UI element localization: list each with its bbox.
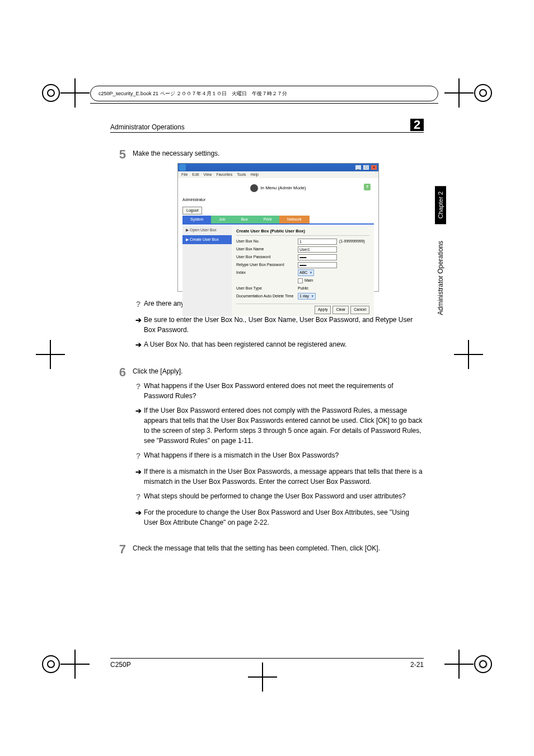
arrow-icon: ➔ — [133, 315, 144, 326]
step: 6 Click the [Apply]. ?What happens if th… — [110, 366, 424, 528]
arrow-icon: ➔ — [133, 405, 144, 417]
window-titlebar: _ □ × — [178, 164, 378, 171]
menu-favorites[interactable]: Favorites — [216, 172, 232, 178]
arrow-icon: ➔ — [133, 339, 144, 351]
select-index-value: ABC — [299, 270, 307, 276]
label-user-box-name: User Box Name — [236, 246, 298, 253]
chevron-down-icon: ▼ — [311, 294, 314, 299]
note-range: (1-999999999) — [339, 239, 365, 245]
cancel-button[interactable]: Cancel — [350, 306, 369, 314]
input-user-box-name[interactable]: User1 — [298, 246, 337, 253]
reg-mark — [451, 84, 492, 102]
step-number: 5 — [110, 148, 133, 161]
step-number: 7 — [110, 543, 133, 556]
reg-mark — [460, 346, 477, 363]
menu-help[interactable]: Help — [251, 172, 259, 178]
reg-mark — [42, 655, 83, 673]
reg-mark — [42, 346, 59, 363]
select-auto-delete-value: 1 day — [299, 293, 309, 300]
label-index: Index — [236, 270, 298, 276]
admin-row: Administrator — [178, 195, 378, 204]
input-retype-password[interactable]: •••••••• — [298, 262, 337, 268]
mode-label: In Menu (Admin Mode) — [260, 185, 306, 192]
menu-edit[interactable]: Edit — [192, 172, 199, 178]
tabs-underline — [182, 223, 374, 225]
menu-file[interactable]: File — [181, 172, 188, 178]
input-user-box-password[interactable]: •••••••• — [298, 254, 337, 260]
page-title: Administrator Operations — [110, 123, 185, 131]
question-text: What happens if there is a mismatch in t… — [144, 450, 424, 460]
step-text: Check the message that tells that the se… — [133, 543, 424, 553]
reg-mark — [42, 84, 83, 102]
form-title: Create User Box (Public User Box) — [236, 228, 369, 236]
maximize-button[interactable]: □ — [363, 165, 369, 170]
step: 5 Make the necessary settings. _ □ × Fil… — [110, 148, 424, 351]
tab-job[interactable]: Job — [211, 216, 233, 223]
clear-button[interactable]: Clear — [332, 306, 349, 314]
question-icon: ? — [133, 381, 144, 393]
tab-box[interactable]: Box — [233, 216, 256, 223]
select-auto-delete[interactable]: 1 day▼ — [298, 293, 316, 300]
step-text: Click the [Apply]. — [133, 366, 424, 376]
printer-icon — [250, 184, 258, 192]
nav-open-user-box[interactable]: ▶ Open User Box — [182, 226, 232, 235]
question-text: What happens if the User Box Password en… — [144, 381, 424, 401]
tabs: System Job Box Print Network — [182, 216, 374, 223]
chapter-number: 2 — [410, 119, 424, 131]
answer-text: A User Box No. that has been registered … — [144, 339, 424, 349]
side-nav: ▶ Open User Box ▶ Create User Box — [182, 226, 232, 316]
chapter-side-text: Administrator Operations — [437, 241, 444, 315]
arrow-icon: ➔ — [133, 507, 144, 519]
footer: C250P 2-21 — [110, 658, 424, 669]
apply-button[interactable]: Apply — [315, 306, 331, 314]
arrow-icon: ➔ — [133, 466, 144, 478]
frame-header: c250P_security_E.book 21 ページ ２００７年４月１０日 … — [90, 86, 438, 101]
panel: ▶ Open User Box ▶ Create User Box Create… — [182, 226, 374, 316]
input-user-box-no[interactable]: 1 — [298, 239, 337, 245]
label-main: Main — [305, 278, 313, 284]
help-icon[interactable]: ? — [364, 184, 371, 190]
checkbox-main[interactable] — [298, 278, 303, 283]
chapter-tab: Chapter 2 — [435, 186, 446, 224]
answer-text: For the procedure to change the User Box… — [144, 507, 424, 528]
frame-header-wrap: c250P_security_E.book 21 ページ ２００７年４月１０日 … — [90, 86, 438, 104]
menu-tools[interactable]: Tools — [237, 172, 246, 178]
tab-network[interactable]: Network — [279, 216, 310, 223]
tab-system[interactable]: System — [182, 216, 211, 223]
label-retype-password: Retype User Box Password — [236, 262, 298, 268]
minimize-button[interactable]: _ — [355, 165, 362, 170]
logout-button[interactable]: Logout — [182, 207, 202, 215]
reg-mark — [451, 655, 492, 673]
answer-text: If the User Box Password entered does no… — [144, 405, 424, 446]
step-number: 6 — [110, 366, 133, 379]
footer-page: 2-21 — [410, 661, 424, 669]
answer-text: Be sure to enter the User Box No., User … — [144, 315, 424, 335]
close-button[interactable]: × — [371, 165, 377, 170]
question-icon: ? — [133, 298, 144, 310]
nav-create-user-box[interactable]: ▶ Create User Box — [182, 235, 232, 245]
admin-header: In Menu (Admin Mode) ? — [178, 181, 378, 195]
sidebar: Chapter 2 Administrator Operations — [434, 186, 447, 315]
question-text: What steps should be performed to change… — [144, 491, 424, 501]
chevron-down-icon: ▼ — [309, 270, 312, 276]
content: Administrator Operations 2 5 Make the ne… — [110, 119, 424, 556]
label-user-box-no: User Box No. — [236, 239, 298, 245]
question-icon: ? — [133, 491, 144, 503]
app-icon — [179, 164, 186, 171]
tab-print[interactable]: Print — [256, 216, 279, 223]
step: 7 Check the message that tells that the … — [110, 543, 424, 556]
reg-mark — [254, 669, 271, 685]
menu-bar: File Edit View Favorites Tools Help — [178, 171, 378, 178]
header-row: Administrator Operations 2 — [110, 119, 424, 133]
answer-text: If there is a mismatch in the User Box P… — [144, 466, 424, 487]
label-auto-delete: Documentation Auto Delete Time — [236, 293, 298, 300]
label-user-box-password: User Box Password — [236, 254, 298, 260]
embedded-screenshot: _ □ × File Edit View Favorites Tools Hel… — [177, 163, 379, 292]
footer-model: C250P — [110, 661, 131, 669]
step-text: Make the necessary settings. — [133, 148, 424, 158]
label-user-box-type: User Box Type — [236, 286, 298, 292]
menu-view[interactable]: View — [203, 172, 212, 178]
select-index[interactable]: ABC▼ — [298, 269, 314, 276]
administrator-label: Administrator — [182, 197, 205, 203]
question-icon: ? — [133, 450, 144, 462]
